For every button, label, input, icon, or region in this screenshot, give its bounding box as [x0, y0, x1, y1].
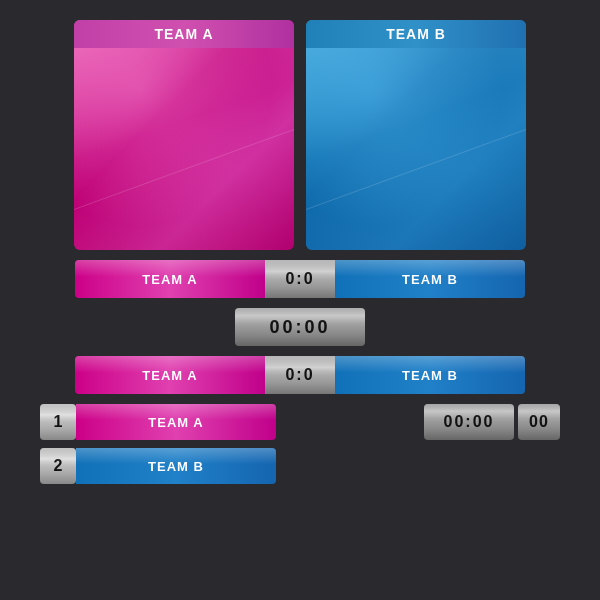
card-team-a-shine: [74, 48, 294, 250]
card-team-a-body: [74, 48, 294, 250]
team-b-lower-bar: TEAM B: [76, 448, 276, 484]
team-a-label-1: TEAM A: [142, 272, 197, 287]
card-team-b-label: TEAM B: [306, 20, 526, 48]
timer-small-value: 00: [529, 413, 549, 431]
team-b-label-2: TEAM B: [402, 368, 458, 383]
team-b-bar-1: TEAM B: [335, 260, 525, 298]
number-badge-1: 1: [40, 404, 76, 440]
card-team-a: TEAM A: [74, 20, 294, 250]
card-team-b-body: [306, 48, 526, 250]
team-b-lower-label: TEAM B: [148, 459, 204, 474]
team-a-lower-bar: TEAM A: [76, 404, 276, 440]
timer-big-value: 00:00: [444, 413, 495, 431]
timer-small: 00: [518, 404, 560, 440]
card-team-b-shine: [306, 48, 526, 250]
score-value-2: 0:0: [285, 366, 314, 384]
timer-row-1: 00:00: [20, 308, 580, 346]
card-team-b: TEAM B: [306, 20, 526, 250]
team-a-bar-2: TEAM A: [75, 356, 265, 394]
timer-display-1: 00:00: [235, 308, 365, 346]
right-timer-group: 00:00 00: [424, 404, 560, 440]
number-badge-2: 2: [40, 448, 76, 484]
number-1-value: 1: [54, 413, 63, 431]
score-row-2: TEAM A 0:0 TEAM B: [20, 356, 580, 394]
team-a-bar-1: TEAM A: [75, 260, 265, 298]
timer-big: 00:00: [424, 404, 514, 440]
team-b-bar-2: TEAM B: [335, 356, 525, 394]
timer-value-1: 00:00: [269, 317, 330, 338]
score-row-1: TEAM A 0:0 TEAM B: [20, 260, 580, 298]
card-team-a-label: TEAM A: [74, 20, 294, 48]
lower-row-2: 2 TEAM B: [40, 448, 560, 484]
team-a-lower-label: TEAM A: [148, 415, 203, 430]
number-2-value: 2: [54, 457, 63, 475]
lower-row-1: 1 TEAM A 00:00 00: [40, 404, 560, 440]
score-display-2: 0:0: [265, 356, 335, 394]
team-a-label-2: TEAM A: [142, 368, 197, 383]
top-cards-row: TEAM A TEAM B: [20, 20, 580, 250]
main-layout: TEAM A TEAM B TEAM A 0:0 TEAM B: [0, 0, 600, 600]
lower-rows: 1 TEAM A 00:00 00 2 TEAM B: [20, 404, 580, 484]
team-b-label-1: TEAM B: [402, 272, 458, 287]
score-display-1: 0:0: [265, 260, 335, 298]
score-value-1: 0:0: [285, 270, 314, 288]
